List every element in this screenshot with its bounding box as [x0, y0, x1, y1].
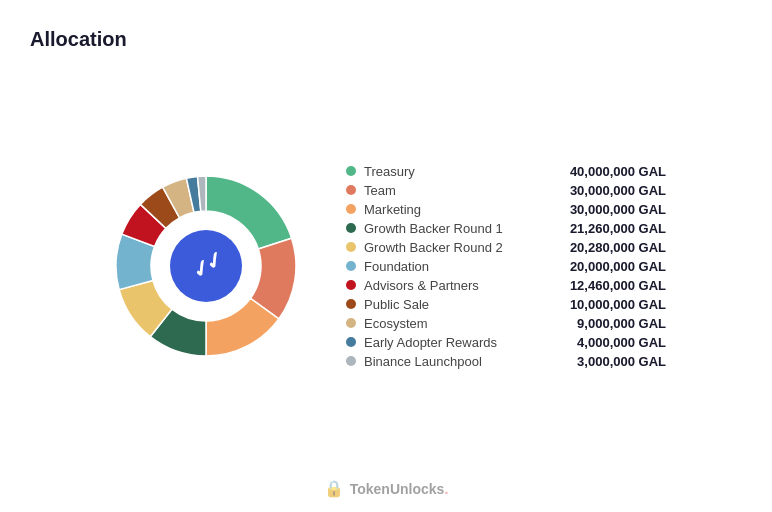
page-title: Allocation — [30, 28, 127, 51]
watermark: 🔒 TokenUnlocks. — [324, 479, 449, 498]
legend-label: Growth Backer Round 1 — [364, 221, 503, 236]
legend-value: 20,280,000 GAL — [570, 240, 666, 255]
legend-row: Binance Launchpool3,000,000 GAL — [346, 354, 666, 369]
legend-row: Public Sale10,000,000 GAL — [346, 297, 666, 312]
legend-label: Binance Launchpool — [364, 354, 482, 369]
legend-value: 40,000,000 GAL — [570, 164, 666, 179]
legend-label: Public Sale — [364, 297, 429, 312]
legend-row: Foundation20,000,000 GAL — [346, 259, 666, 274]
legend-dot — [346, 280, 356, 290]
legend-dot — [346, 223, 356, 233]
legend-row: Advisors & Partners12,460,000 GAL — [346, 278, 666, 293]
legend-value: 30,000,000 GAL — [570, 202, 666, 217]
watermark-icon: 🔒 — [324, 479, 344, 498]
legend-dot — [346, 356, 356, 366]
legend-dot — [346, 185, 356, 195]
legend-label: Treasury — [364, 164, 415, 179]
legend-label: Ecosystem — [364, 316, 428, 331]
legend-value: 30,000,000 GAL — [570, 183, 666, 198]
legend-value: 10,000,000 GAL — [570, 297, 666, 312]
legend-label: Marketing — [364, 202, 421, 217]
legend-row: Early Adopter Rewards4,000,000 GAL — [346, 335, 666, 350]
legend-row: Treasury40,000,000 GAL — [346, 164, 666, 179]
legend-value: 12,460,000 GAL — [570, 278, 666, 293]
legend-dot — [346, 242, 356, 252]
legend-dot — [346, 204, 356, 214]
legend-value: 21,260,000 GAL — [570, 221, 666, 236]
legend-dot — [346, 261, 356, 271]
legend-dot — [346, 337, 356, 347]
legend-dot — [346, 318, 356, 328]
legend-row: Growth Backer Round 220,280,000 GAL — [346, 240, 666, 255]
legend-value: 20,000,000 GAL — [570, 259, 666, 274]
legend-value: 3,000,000 GAL — [577, 354, 666, 369]
legend-row: Marketing30,000,000 GAL — [346, 202, 666, 217]
legend-label: Advisors & Partners — [364, 278, 479, 293]
legend-row: Ecosystem9,000,000 GAL — [346, 316, 666, 331]
legend-row: Team30,000,000 GAL — [346, 183, 666, 198]
chart-center-logo: ✓✓ — [170, 230, 242, 302]
legend-row: Growth Backer Round 121,260,000 GAL — [346, 221, 666, 236]
legend-label: Foundation — [364, 259, 429, 274]
legend-label: Growth Backer Round 2 — [364, 240, 503, 255]
allocation-legend: Treasury40,000,000 GALTeam30,000,000 GAL… — [346, 164, 666, 369]
legend-dot — [346, 299, 356, 309]
chart-center-icon: ✓✓ — [187, 247, 226, 285]
donut-chart: ✓✓ — [106, 166, 306, 366]
watermark-text: TokenUnlocks. — [350, 481, 449, 497]
legend-dot — [346, 166, 356, 176]
legend-value: 9,000,000 GAL — [577, 316, 666, 331]
legend-value: 4,000,000 GAL — [577, 335, 666, 350]
legend-label: Team — [364, 183, 396, 198]
legend-label: Early Adopter Rewards — [364, 335, 497, 350]
main-content: ✓✓ Treasury40,000,000 GALTeam30,000,000 … — [0, 70, 772, 462]
